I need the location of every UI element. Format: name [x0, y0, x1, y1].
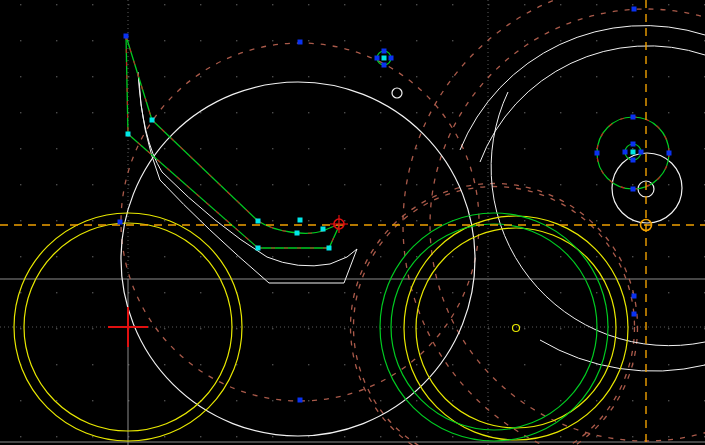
grip-point-blue[interactable] [632, 294, 637, 299]
grid-dot [20, 328, 21, 329]
grid-dot [416, 256, 417, 257]
grid-dot [56, 220, 57, 221]
grip-point-blue[interactable] [631, 115, 636, 120]
grid-dot [308, 220, 309, 221]
grid-dot [668, 256, 669, 257]
grid-dot [164, 148, 165, 149]
grid-dot [668, 220, 669, 221]
grip-point-blue[interactable] [631, 187, 636, 192]
grip-point-cyan[interactable] [321, 227, 326, 232]
grid-dot [92, 400, 93, 401]
grip-point-blue[interactable] [298, 40, 303, 45]
grid-dot [308, 364, 309, 365]
grid-dot [380, 400, 381, 401]
grid-dot [56, 328, 57, 329]
grid-dot [236, 40, 237, 41]
grip-point-cyan[interactable] [631, 150, 636, 155]
grip-point-blue[interactable] [298, 398, 303, 403]
grid-dot [668, 292, 669, 293]
grid-dot [380, 40, 381, 41]
grid-dot [632, 328, 633, 329]
grid-dot [164, 400, 165, 401]
cad-canvas[interactable] [0, 0, 705, 445]
grip-point-blue[interactable] [382, 49, 387, 54]
grip-point-cyan[interactable] [150, 118, 155, 123]
grid-dot [92, 292, 93, 293]
grid-dot [380, 76, 381, 77]
grid-dot [560, 112, 561, 113]
grip-point-cyan[interactable] [327, 246, 332, 251]
grip-point-blue[interactable] [375, 56, 380, 61]
grid-dot [632, 40, 633, 41]
grip-point-cyan[interactable] [256, 246, 261, 251]
grid-dot [596, 400, 597, 401]
grip-point-blue[interactable] [632, 7, 637, 12]
grid-dot [344, 292, 345, 293]
grid-dot [632, 112, 633, 113]
grid-dot [200, 148, 201, 149]
grid-dot [596, 184, 597, 185]
grid-dot [380, 112, 381, 113]
grid-dot [56, 400, 57, 401]
grid-dot [200, 328, 201, 329]
grid-dot [524, 148, 525, 149]
grid-dot [272, 4, 273, 5]
grid-dot [92, 328, 93, 329]
grip-point-blue[interactable] [667, 151, 672, 156]
grid-dot [416, 148, 417, 149]
grid-dot [416, 400, 417, 401]
grid-dot [200, 40, 201, 41]
grid-dot [272, 220, 273, 221]
grid-dot [596, 40, 597, 41]
grip-point-blue[interactable] [389, 56, 394, 61]
grid-dot [164, 4, 165, 5]
grid-dot [20, 292, 21, 293]
grid-dot [164, 220, 165, 221]
grip-point-blue[interactable] [639, 150, 644, 155]
grip-point-blue[interactable] [595, 151, 600, 156]
grid-dot [344, 184, 345, 185]
grid-dot [308, 184, 309, 185]
grid-dot [596, 292, 597, 293]
grid-dot [164, 76, 165, 77]
grid-dot [164, 328, 165, 329]
grid-dot [344, 112, 345, 113]
grid-dot [200, 292, 201, 293]
grip-point-blue[interactable] [124, 34, 129, 39]
cad-viewport[interactable] [0, 0, 705, 445]
grid-dot [92, 220, 93, 221]
grid-dot [164, 40, 165, 41]
grip-point-cyan[interactable] [126, 132, 131, 137]
grid-dot [164, 436, 165, 437]
grid-dot [308, 328, 309, 329]
grid-dot [20, 436, 21, 437]
grid-dot [380, 148, 381, 149]
grid-dot [668, 40, 669, 41]
grid-dot [452, 184, 453, 185]
grid-dot [56, 436, 57, 437]
grid-dot [92, 4, 93, 5]
grip-point-blue[interactable] [631, 142, 636, 147]
grid-dot [272, 364, 273, 365]
grip-point-cyan[interactable] [295, 231, 300, 236]
grid-dot [272, 400, 273, 401]
grip-point-blue[interactable] [632, 312, 637, 317]
grip-point-cyan[interactable] [382, 56, 387, 61]
grip-point-cyan[interactable] [256, 219, 261, 224]
grid-dot [668, 436, 669, 437]
grid-dot [56, 184, 57, 185]
grip-point-cyan[interactable] [298, 218, 303, 223]
grid-dot [596, 4, 597, 5]
grid-dot [380, 184, 381, 185]
grid-dot [236, 328, 237, 329]
grid-dot [308, 112, 309, 113]
grid-dot [416, 4, 417, 5]
grip-point-blue[interactable] [118, 220, 123, 225]
grid-dot [92, 40, 93, 41]
grid-dot [200, 256, 201, 257]
grid-dot [452, 4, 453, 5]
grip-point-blue[interactable] [623, 150, 628, 155]
grip-point-blue[interactable] [631, 158, 636, 163]
grip-point-blue[interactable] [382, 63, 387, 68]
grid-dot [308, 40, 309, 41]
